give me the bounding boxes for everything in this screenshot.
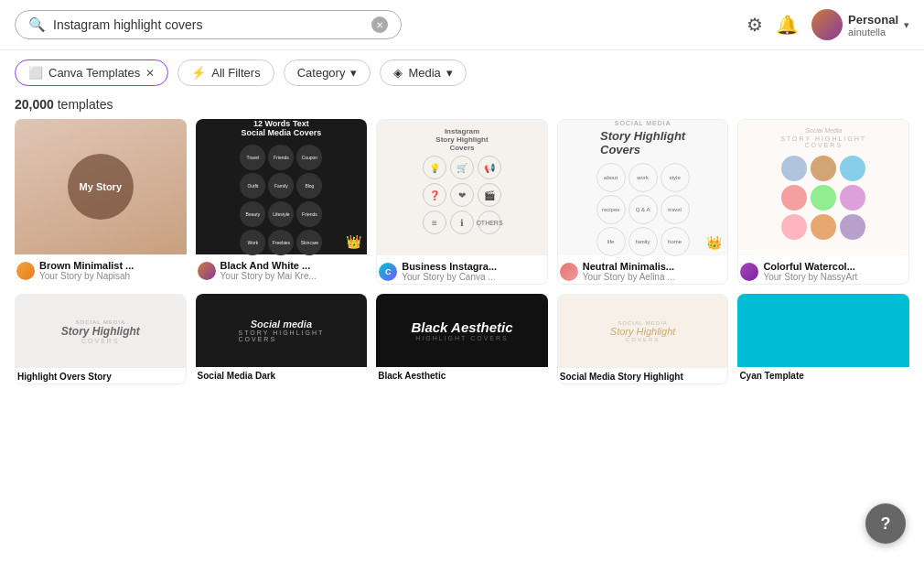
template-card-7[interactable]: Social media STORY HIGHLIGHTCOVERS Socia… (196, 294, 368, 384)
clear-search-button[interactable]: ✕ (371, 16, 388, 33)
header-actions: ⚙ 🔔 Personal ainutella ▾ (747, 9, 909, 40)
card-subtitle-4: Your Story by Aelina ... (583, 272, 675, 282)
user-handle: ainutella (848, 27, 898, 38)
card-title-10: Cyan Template (739, 371, 908, 381)
creator-avatar-1 (16, 262, 35, 280)
card-image-6: SOCIAL MEDIA Story Highlight COVERS (16, 295, 186, 368)
card-image-1: My Story (15, 119, 187, 254)
card-image-7: Social media STORY HIGHLIGHTCOVERS (196, 294, 368, 367)
template-card-9[interactable]: social media Story Highlight COVERS Soci… (557, 294, 729, 384)
card-info-7: Social Media Dark (196, 367, 368, 383)
card-title-3: Business Instagra... (402, 261, 497, 272)
media-chevron-icon: ▾ (446, 66, 453, 80)
help-icon: ? (881, 514, 891, 534)
card-image-8: Black Aesthetic Highlight Covers (376, 294, 548, 367)
notification-button[interactable]: 🔔 (776, 14, 799, 36)
all-filters-label: All Filters (211, 66, 260, 80)
results-count: 20,000 templates (0, 95, 924, 119)
card-header-text-2: 12 Words TextSocial Media Covers (242, 119, 322, 137)
chevron-down-icon: ▾ (904, 19, 909, 31)
ho-covers-label: COVERS (81, 338, 120, 344)
sd-title: Social media (251, 319, 312, 330)
card-title-5: Colorful Watercol... (763, 261, 857, 272)
category-chevron-icon: ▾ (350, 66, 357, 80)
card-title-4: Neutral Minimalis... (583, 261, 675, 272)
settings-button[interactable]: ⚙ (747, 14, 763, 36)
close-filter-icon[interactable]: ✕ (145, 67, 155, 80)
ho-main-title: Story Highlight (61, 325, 140, 338)
card-info-10: Cyan Template (737, 367, 909, 383)
filter-bar: ⬜ Canva Templates ✕ ⚡ All Filters Catego… (0, 50, 924, 95)
card-subtitle-2: Your Story by Mai Kre... (220, 271, 317, 281)
card-title-7: Social Media Dark (198, 371, 366, 381)
sd-sub: STORY HIGHLIGHTCOVERS (238, 330, 324, 342)
sh-main: Story Highlight (610, 326, 676, 337)
neutral-social-label: SOCIAL MEDIA (615, 120, 672, 126)
canva-templates-filter[interactable]: ⬜ Canva Templates ✕ (15, 59, 168, 86)
search-bar[interactable]: 🔍 ✕ (15, 10, 402, 39)
count-label: templates (58, 97, 113, 112)
template-card-8[interactable]: Black Aesthetic Highlight Covers Black A… (376, 294, 548, 384)
filter-icon: ⚡ (191, 66, 206, 80)
card-title-6: Highlight Overs Story (17, 372, 184, 382)
header: 🔍 ✕ ⚙ 🔔 Personal ainutella ▾ (0, 0, 924, 50)
count-number: 20,000 (15, 97, 54, 112)
card-subtitle-3: Your Story by Canva ... (402, 272, 497, 282)
user-info: Personal ainutella (848, 13, 898, 38)
template-card-6[interactable]: SOCIAL MEDIA Story Highlight COVERS High… (15, 294, 187, 384)
wc-social-label: Social Media (805, 127, 842, 134)
neutral-main-title: Story HighlightCovers (600, 129, 685, 157)
template-card-5[interactable]: Social Media STORY HIGHLIGHTCOVERS Color… (737, 119, 909, 285)
template-icon: ⬜ (28, 66, 43, 80)
canva-templates-label: Canva Templates (48, 66, 140, 80)
card-title-9: Social Media Story Highlight (560, 372, 726, 382)
creator-avatar-4 (560, 263, 578, 281)
card-image-2: 12 Words TextSocial Media Covers Travel … (196, 119, 368, 254)
card-info-6: Highlight Overs Story (16, 368, 186, 384)
template-grid-row1: My Story Brown Minimalist ... Your Story… (0, 119, 924, 294)
all-filters-button[interactable]: ⚡ All Filters (177, 59, 274, 86)
sh-covers: COVERS (626, 337, 660, 342)
search-icon: 🔍 (28, 16, 46, 33)
template-card-3[interactable]: InstagramStory HighlightCovers 💡 🛒 📢 ❓ ❤… (376, 119, 548, 285)
card-info-4: Neutral Minimalis... Your Story by Aelin… (558, 255, 728, 284)
template-card-10[interactable]: Cyan Template (737, 294, 909, 384)
card-subtitle-5: Your Story by NassyArt (763, 272, 857, 282)
template-card-1[interactable]: My Story Brown Minimalist ... Your Story… (15, 119, 187, 285)
crown-badge-2: 👑 (346, 234, 361, 249)
card-image-9: social media Story Highlight COVERS (558, 295, 728, 368)
creator-avatar-5 (740, 263, 758, 281)
crown-badge-4: 👑 (706, 235, 722, 250)
category-label: Category (297, 66, 346, 80)
card-image-4: SOCIAL MEDIA Story HighlightCovers about… (558, 120, 728, 255)
template-card-4[interactable]: SOCIAL MEDIA Story HighlightCovers about… (557, 119, 729, 285)
card-title-1: Brown Minimalist ... (39, 260, 134, 271)
category-filter-button[interactable]: Category ▾ (284, 59, 371, 86)
card-image-3: InstagramStory HighlightCovers 💡 🛒 📢 ❓ ❤… (377, 120, 547, 255)
search-input[interactable] (53, 17, 364, 32)
media-filter-button[interactable]: ◈ Media ▾ (380, 59, 466, 86)
card-info-3: C Business Instagra... Your Story by Can… (377, 255, 547, 284)
template-card-2[interactable]: 12 Words TextSocial Media Covers Travel … (196, 119, 368, 285)
media-icon: ◈ (393, 66, 403, 80)
template-grid-row2: SOCIAL MEDIA Story Highlight COVERS High… (0, 294, 924, 384)
user-menu[interactable]: Personal ainutella ▾ (811, 9, 909, 40)
card-subtitle-1: Your Story by Napisah (39, 271, 134, 281)
card-info-9: Social Media Story Highlight (558, 368, 728, 384)
card-image-5: Social Media STORY HIGHLIGHTCOVERS (738, 120, 908, 255)
card-image-10 (737, 294, 909, 367)
card-title-8: Black Aesthetic (378, 371, 546, 381)
help-button[interactable]: ? (865, 503, 906, 544)
user-name: Personal (848, 13, 898, 27)
card-title-2: Black And White ... (220, 260, 317, 271)
ba-main-title: Black Aesthetic (411, 319, 512, 335)
media-label: Media (408, 66, 440, 80)
card-info-2: Black And White ... Your Story by Mai Kr… (196, 254, 368, 283)
ba-sub-label: Highlight Covers (415, 335, 509, 341)
story-circle-1: My Story (68, 154, 134, 220)
insta-title: InstagramStory HighlightCovers (435, 127, 488, 152)
creator-avatar-3: C (379, 263, 397, 281)
card-info-5: Colorful Watercol... Your Story by Nassy… (738, 255, 908, 284)
wc-story-label: STORY HIGHLIGHTCOVERS (780, 135, 866, 148)
avatar (811, 9, 843, 40)
